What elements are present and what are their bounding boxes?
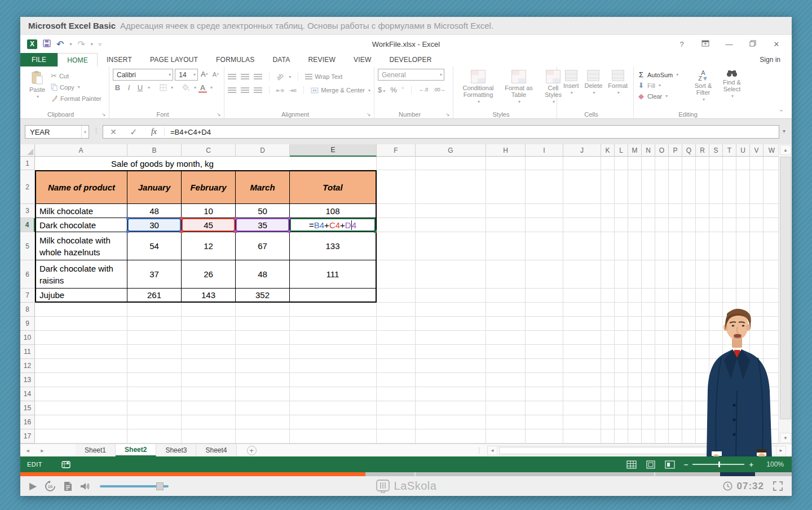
cell-I15[interactable] (526, 401, 563, 415)
range-handle[interactable] (126, 217, 129, 220)
cell-D14[interactable] (236, 387, 290, 401)
cell-V1[interactable] (750, 157, 764, 170)
cell-O6[interactable] (655, 260, 669, 289)
row-header-4[interactable]: 4 (20, 218, 35, 232)
redo-button[interactable]: ↷ (77, 39, 85, 50)
cell-B3[interactable]: 48 (127, 204, 182, 218)
cell-N9[interactable] (642, 317, 655, 331)
cell-F14[interactable] (377, 387, 416, 401)
cell-U1[interactable] (736, 157, 750, 170)
cell-R5[interactable] (696, 232, 709, 260)
cell-N10[interactable] (642, 331, 655, 345)
name-box[interactable]: YEAR ▾ (25, 125, 89, 139)
cell-P2[interactable] (669, 170, 682, 204)
replay-10-button[interactable]: 10 (45, 481, 56, 492)
grow-font-button[interactable]: A˄ (200, 69, 209, 79)
cell-M17[interactable] (628, 429, 642, 444)
align-bottom-icon[interactable] (254, 74, 262, 80)
cell-W3[interactable] (764, 204, 778, 218)
cell-K16[interactable] (601, 415, 615, 429)
cell-I11[interactable] (526, 345, 563, 359)
cell-T7[interactable] (723, 289, 736, 303)
cell-L2[interactable] (615, 170, 628, 204)
cell-S5[interactable] (709, 232, 723, 260)
cell-O9[interactable] (655, 317, 669, 331)
cell-C2[interactable]: February (182, 170, 236, 204)
cell-G16[interactable] (416, 415, 486, 429)
tab-scroll-splitter[interactable]: ⋮ (476, 446, 483, 454)
cell-I2[interactable] (526, 170, 563, 204)
autosum-button[interactable]: Σ AutoSum ▾ (637, 70, 689, 79)
cell-K7[interactable] (601, 289, 615, 303)
cell-D16[interactable] (236, 415, 290, 429)
cell-L5[interactable] (615, 232, 628, 260)
column-header-A[interactable]: A (35, 144, 127, 157)
column-header-K[interactable]: K (601, 144, 615, 157)
cell-J10[interactable] (563, 331, 601, 345)
underline-dropdown[interactable]: ▾ (148, 85, 150, 90)
play-button[interactable]: ▶ (29, 480, 37, 492)
column-header-B[interactable]: B (127, 144, 182, 157)
cell-F9[interactable] (377, 317, 416, 331)
cell-R1[interactable] (696, 157, 709, 170)
cell-E9[interactable] (290, 317, 377, 331)
row-header-5[interactable]: 5 (20, 232, 35, 260)
wrap-text-button[interactable]: Wrap Text (305, 73, 342, 80)
cell-O3[interactable] (655, 204, 669, 218)
row-header-3[interactable]: 3 (20, 204, 35, 218)
cell-B14[interactable] (127, 387, 182, 401)
sheet-nav-right-button[interactable]: ▸ (35, 444, 50, 456)
row-header-14[interactable]: 14 (20, 387, 35, 401)
cell-N3[interactable] (642, 204, 655, 218)
column-header-N[interactable]: N (642, 144, 655, 157)
cell-I1[interactable] (526, 157, 563, 170)
cell-G15[interactable] (416, 401, 486, 415)
cell-G4[interactable] (416, 218, 486, 232)
align-top-icon[interactable] (228, 74, 236, 80)
cell-U6[interactable] (736, 260, 750, 289)
cell-J7[interactable] (563, 289, 601, 303)
cell-H2[interactable] (486, 170, 526, 204)
sheet-tab-sheet3[interactable]: Sheet3 (156, 444, 196, 456)
fill-handle[interactable] (374, 230, 377, 233)
cell-W1[interactable] (764, 157, 778, 170)
cell-E11[interactable] (290, 345, 377, 359)
cell-C17[interactable] (182, 429, 236, 444)
cell-E6[interactable]: 111 (290, 260, 377, 289)
column-header-O[interactable]: O (655, 144, 669, 157)
align-left-icon[interactable] (228, 87, 236, 94)
cell-I8[interactable] (526, 303, 563, 317)
cell-Q8[interactable] (682, 303, 696, 317)
borders-dropdown[interactable]: ▾ (171, 85, 173, 90)
column-header-L[interactable]: L (615, 144, 628, 157)
column-header-F[interactable]: F (377, 144, 416, 157)
cell-J15[interactable] (563, 401, 601, 415)
cell-Q7[interactable] (682, 289, 696, 303)
cell-M9[interactable] (628, 317, 642, 331)
number-dialog-launcher[interactable]: ↘ (445, 112, 451, 117)
cell-T3[interactable] (723, 204, 736, 218)
ribbon-tab-home[interactable]: HOME (58, 53, 98, 66)
accounting-format-button[interactable]: $▾ (378, 86, 385, 94)
minimize-button[interactable]: — (724, 40, 734, 48)
cell-D8[interactable] (236, 303, 290, 317)
cell-B7[interactable]: 261 (127, 289, 182, 303)
cell-D4[interactable]: 35 (236, 218, 290, 232)
column-header-J[interactable]: J (563, 144, 601, 157)
excel-logo-icon[interactable]: X (27, 39, 37, 49)
cell-P12[interactable] (669, 359, 682, 373)
cell-R4[interactable] (696, 218, 709, 232)
cell-W6[interactable] (764, 260, 778, 289)
cell-C4[interactable]: 45 (182, 218, 236, 232)
cell-S3[interactable] (709, 204, 723, 218)
range-handle[interactable] (180, 230, 183, 233)
fill-color-dropdown[interactable]: ▾ (194, 85, 196, 90)
select-all-corner[interactable] (20, 144, 35, 157)
cell-D6[interactable]: 48 (236, 260, 290, 289)
cell-A15[interactable] (35, 401, 127, 415)
cell-P5[interactable] (669, 232, 682, 260)
row-header-13[interactable]: 13 (20, 373, 35, 387)
comma-style-button[interactable]: ’ (402, 86, 404, 94)
cell-F5[interactable] (377, 232, 416, 260)
cell-V3[interactable] (750, 204, 764, 218)
